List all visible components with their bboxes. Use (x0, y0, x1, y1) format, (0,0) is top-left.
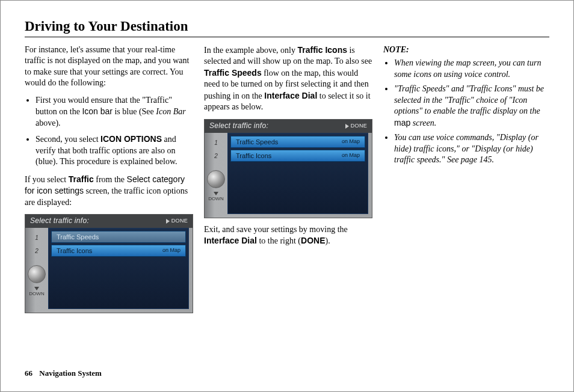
step-2: Second, you select ICON OPTIONS and veri… (35, 133, 193, 167)
ui-screenshot-1: Select traffic info: DONE 1 2 DOWN Traff… (25, 214, 193, 313)
ui2-body: Traffic Speedson Map Traffic Iconson Map (227, 133, 368, 214)
ui-screenshot-2: Select traffic info: DONE 1 2 DOWN Traff… (204, 119, 372, 218)
page-title: Driving to Your Destination (25, 19, 549, 37)
ui1-row-traffic-speeds: Traffic Speeds (51, 231, 186, 243)
dial-icon (28, 265, 46, 283)
row-num-2: 2 (35, 245, 39, 258)
note-list: When viewing the map screen, you can tur… (394, 58, 549, 165)
column-3: NOTE: When viewing the map screen, you c… (383, 44, 549, 319)
note-1: When viewing the map screen, you can tur… (394, 58, 549, 80)
page-footer: 66 Navigation System (25, 369, 102, 378)
note-heading: NOTE: (383, 44, 549, 55)
note-2: "Traffic Speeds" and "Traffic Icons" mus… (394, 84, 549, 129)
ui1-left-rail: 1 2 DOWN (25, 228, 48, 309)
ui2-left-rail: 1 2 DOWN (205, 133, 227, 214)
ui1-row-traffic-icons: Traffic Iconson Map (51, 245, 186, 257)
row-num-2: 2 (214, 150, 218, 163)
note-3: You can use voice commands, "Display (or… (394, 132, 549, 165)
down-arrow-icon: DOWN (208, 192, 223, 203)
ui1-body: Traffic Speeds Traffic Iconson Map (48, 228, 189, 309)
done-icon: DONE (345, 123, 367, 130)
done-icon: DONE (166, 218, 188, 225)
page-number: 66 (25, 369, 32, 378)
footer-label: Navigation System (39, 369, 102, 378)
step-1: First you would ensure that the "Traffic… (35, 95, 193, 129)
row-num-1: 1 (214, 136, 218, 150)
row-num-1: 1 (35, 231, 39, 245)
exit-paragraph: Exit, and save your settings by moving t… (204, 224, 372, 247)
intro-paragraph: For instance, let's assume that your rea… (25, 44, 193, 89)
ui2-row-traffic-speeds: Traffic Speedson Map (230, 136, 365, 148)
column-2: In the example above, only Traffic Icons… (204, 44, 372, 319)
ui2-row-traffic-icons: Traffic Iconson Map (230, 150, 365, 162)
down-arrow-icon: DOWN (29, 287, 44, 298)
traffic-select-paragraph: If you select Traffic from the Select ca… (25, 174, 193, 208)
content-columns: For instance, let's assume that your rea… (25, 44, 549, 319)
ui1-header: Select traffic info: DONE (25, 215, 193, 228)
dial-icon (207, 170, 225, 188)
ui2-header: Select traffic info: DONE (205, 120, 372, 133)
column-1: For instance, let's assume that your rea… (25, 44, 193, 319)
ui1-title: Select traffic info: (30, 216, 89, 226)
example-paragraph: In the example above, only Traffic Icons… (204, 44, 372, 113)
steps-list: First you would ensure that the "Traffic… (35, 95, 193, 168)
ui2-title: Select traffic info: (209, 121, 268, 131)
